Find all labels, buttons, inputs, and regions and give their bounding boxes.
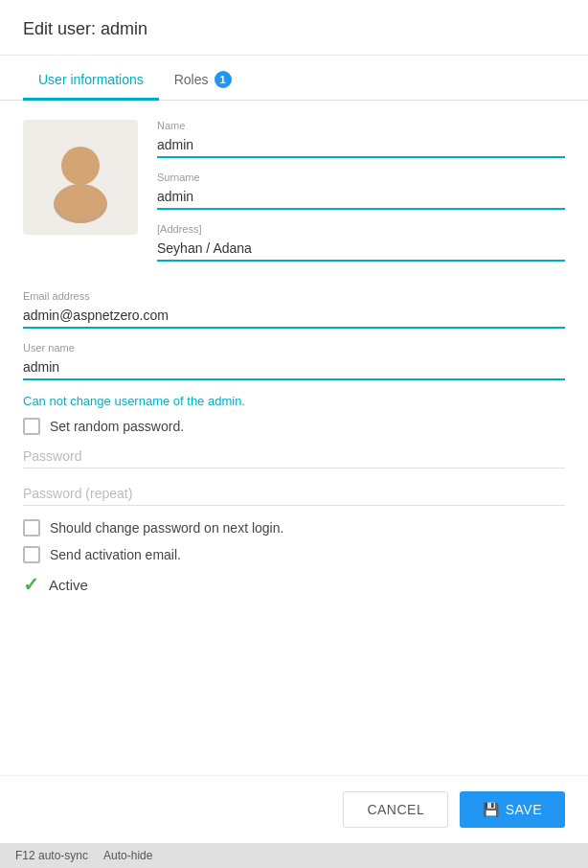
save-icon: 💾 <box>483 802 500 817</box>
address-field-group: [Address] <box>157 223 565 262</box>
edit-user-modal: Edit user: admin User informations Roles… <box>0 0 588 868</box>
password-field-group <box>23 445 565 468</box>
send-activation-email-row: Send activation email. <box>23 546 565 563</box>
profile-section: Name Surname [Address] <box>23 120 565 275</box>
surname-input[interactable] <box>157 185 565 210</box>
tab-user-informations-label: User informations <box>38 72 144 87</box>
modal-body: Name Surname [Address] Email address Use… <box>0 101 588 775</box>
should-change-password-row: Should change password on next login. <box>23 519 565 537</box>
name-fields: Name Surname [Address] <box>157 120 565 275</box>
random-password-checkbox[interactable] <box>23 418 40 435</box>
random-password-label: Set random password. <box>50 419 184 434</box>
address-input[interactable] <box>157 237 565 262</box>
send-activation-email-label: Send activation email. <box>50 547 181 562</box>
surname-field-group: Surname <box>157 171 565 210</box>
avatar-svg <box>33 129 128 225</box>
password-input[interactable] <box>23 445 565 468</box>
tab-roles[interactable]: Roles 1 <box>159 59 247 101</box>
bottom-bar-item-1: F12 auto-sync <box>15 849 88 862</box>
name-label: Name <box>157 120 565 131</box>
username-field-group: User name <box>23 342 565 380</box>
password-repeat-input[interactable] <box>23 482 565 506</box>
surname-label: Surname <box>157 171 565 183</box>
save-button[interactable]: 💾 SAVE <box>460 791 565 828</box>
roles-badge: 1 <box>215 71 232 88</box>
tab-roles-label: Roles <box>174 72 209 87</box>
modal-header: Edit user: admin <box>0 0 588 56</box>
tab-bar: User informations Roles 1 <box>0 59 588 101</box>
username-warning: Can not change username of the admin. <box>23 394 565 408</box>
active-checkmark-icon: ✓ <box>23 573 39 596</box>
email-input[interactable] <box>23 304 565 329</box>
should-change-password-checkbox[interactable] <box>23 519 40 537</box>
email-field-group: Email address <box>23 290 565 329</box>
active-label: Active <box>49 577 88 593</box>
password-repeat-field-group <box>23 482 565 506</box>
modal-footer: CANCEL 💾 SAVE <box>0 775 588 843</box>
active-row: ✓ Active <box>23 573 565 596</box>
svg-point-2 <box>56 184 105 218</box>
random-password-row: Set random password. <box>23 418 565 435</box>
username-label: User name <box>23 342 565 354</box>
avatar <box>23 120 138 235</box>
bottom-bar-item-2: Auto-hide <box>103 849 152 862</box>
should-change-password-label: Should change password on next login. <box>50 520 283 536</box>
svg-point-0 <box>61 147 100 185</box>
address-label: [Address] <box>157 223 565 235</box>
cancel-button[interactable]: CANCEL <box>343 791 448 828</box>
save-label: SAVE <box>506 802 542 817</box>
bottom-bar: F12 auto-sync Auto-hide <box>0 843 588 868</box>
email-label: Email address <box>23 290 565 302</box>
modal-title: Edit user: admin <box>23 19 565 39</box>
tab-user-informations[interactable]: User informations <box>23 59 159 101</box>
name-field-group: Name <box>157 120 565 158</box>
name-input[interactable] <box>157 133 565 158</box>
username-input[interactable] <box>23 355 565 380</box>
send-activation-email-checkbox[interactable] <box>23 546 40 563</box>
